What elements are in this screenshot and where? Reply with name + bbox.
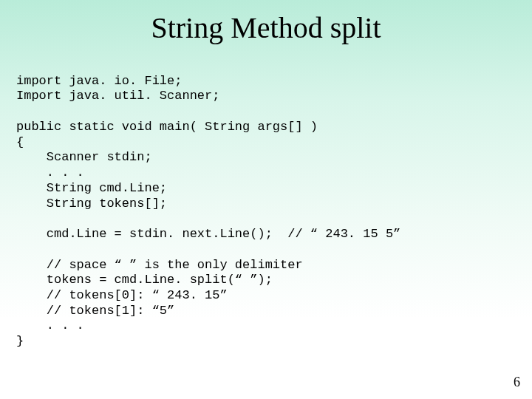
code-line: import java. io. File; <box>16 74 182 88</box>
code-line: Scanner stdin; <box>16 150 152 164</box>
slide-title: String Method split <box>0 0 532 58</box>
code-line: Import java. util. Scanner; <box>16 89 219 103</box>
code-line: // tokens[1]: “5” <box>16 304 174 318</box>
code-line: } <box>16 334 24 348</box>
page-number: 6 <box>514 375 520 390</box>
code-line: cmd.Line = stdin. next.Line(); // “ 243.… <box>16 227 400 241</box>
code-block: import java. io. File; Import java. util… <box>0 58 532 349</box>
code-line: . . . <box>16 318 84 332</box>
code-line: // space “ ” is the only delimiter <box>16 258 303 272</box>
code-line: . . . <box>16 166 84 180</box>
code-line: // tokens[0]: “ 243. 15” <box>16 288 228 302</box>
code-line: { <box>16 135 24 149</box>
code-line: String cmd.Line; <box>16 181 167 195</box>
code-line: public static void main( String args[] ) <box>16 120 318 134</box>
code-line: tokens = cmd.Line. split(“ ”); <box>16 273 273 287</box>
code-line: String tokens[]; <box>16 197 167 211</box>
